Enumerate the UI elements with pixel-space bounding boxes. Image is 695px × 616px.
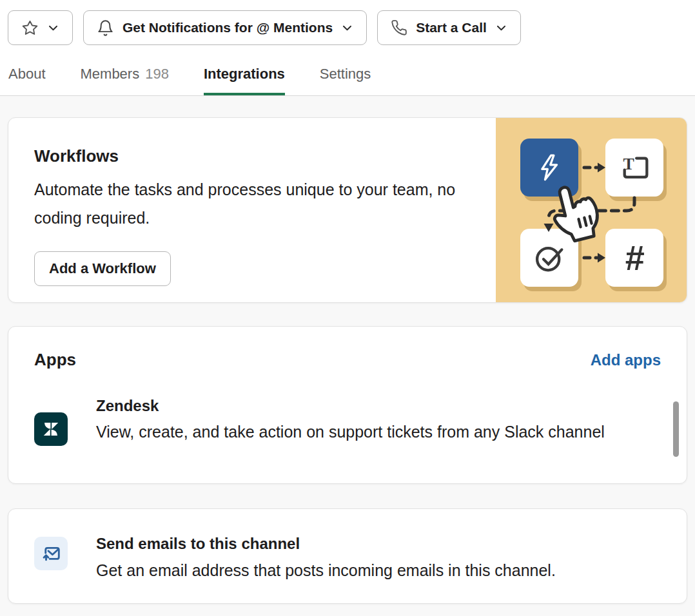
channel-details-header: Get Notifications for @ Mentions Start a… [0,0,695,96]
channel-tabs: About Members198 Integrations Settings [8,66,687,95]
bell-icon [97,19,114,37]
app-row-content: Zendesk View, create, and take action on… [96,397,605,446]
workflows-card-content: Workflows Automate the tasks and process… [8,118,496,302]
tab-members-label: Members [81,66,140,82]
app-description: View, create, and take action on support… [96,418,605,446]
chevron-down-icon [341,22,353,34]
apps-title: Apps [34,350,76,370]
star-icon [21,19,39,37]
tab-members[interactable]: Members198 [81,66,169,95]
apps-list: Zendesk View, create, and take action on… [34,397,661,460]
members-count: 198 [145,66,169,82]
workflows-description: Automate the tasks and processes unique … [34,175,460,232]
add-apps-link[interactable]: Add apps [591,351,661,369]
start-call-button[interactable]: Start a Call [377,10,521,45]
tab-about-label: About [8,66,46,82]
tab-integrations[interactable]: Integrations [204,66,285,95]
add-workflow-button[interactable]: Add a Workflow [34,251,171,286]
toolbar: Get Notifications for @ Mentions Start a… [8,10,687,45]
send-emails-title: Send emails to this channel [96,535,556,553]
send-emails-card[interactable]: Send emails to this channel Get an email… [8,508,687,604]
workflows-card: Workflows Automate the tasks and process… [8,117,687,303]
send-emails-content: Send emails to this channel Get an email… [96,535,556,603]
chevron-down-icon [47,22,59,34]
chevron-down-icon [495,22,507,34]
integrations-panel: Workflows Automate the tasks and process… [0,96,695,604]
send-emails-description: Get an email address that posts incoming… [96,557,556,583]
notifications-button-label: Get Notifications for @ Mentions [122,20,333,35]
apps-header: Apps Add apps [34,350,661,370]
star-channel-button[interactable] [8,10,73,45]
notifications-button[interactable]: Get Notifications for @ Mentions [83,10,367,45]
apps-scrollbar-thumb[interactable] [673,401,679,457]
phone-icon [391,19,407,36]
incoming-email-icon [34,537,68,570]
app-name: Zendesk [96,397,605,415]
app-row-zendesk[interactable]: Zendesk View, create, and take action on… [34,397,661,446]
start-call-button-label: Start a Call [416,20,487,35]
zendesk-logo-icon [34,412,68,446]
tab-settings-label: Settings [320,66,371,82]
tab-settings[interactable]: Settings [320,66,371,95]
apps-card: Apps Add apps Zendesk View, create, and … [8,326,687,484]
tab-integrations-label: Integrations [204,66,285,82]
tab-about[interactable]: About [8,66,46,95]
workflows-title: Workflows [34,146,496,166]
workflows-illustration: T # [496,118,687,303]
